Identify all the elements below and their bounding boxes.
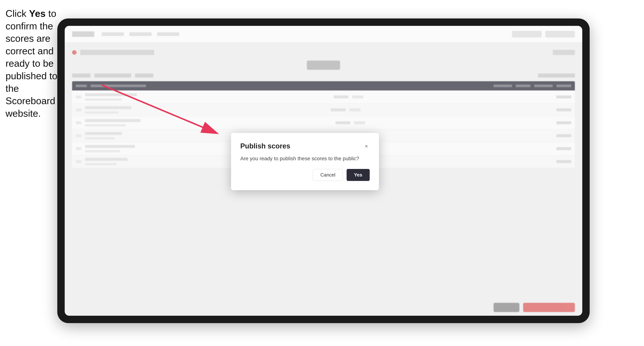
instruction-suffix: to confirm the scores are correct and re… bbox=[6, 8, 57, 119]
instruction-bold: Yes bbox=[29, 8, 46, 19]
tablet-device: Publish scores × Are you ready to publis… bbox=[57, 18, 590, 323]
modal-footer: Cancel Yes bbox=[240, 169, 370, 181]
modal-title: Publish scores bbox=[240, 142, 290, 150]
tablet-screen: Publish scores × Are you ready to publis… bbox=[65, 26, 582, 316]
modal-dialog: Publish scores × Are you ready to publis… bbox=[231, 133, 379, 190]
modal-overlay: Publish scores × Are you ready to publis… bbox=[65, 26, 582, 316]
modal-header: Publish scores × bbox=[240, 142, 370, 150]
yes-button[interactable]: Yes bbox=[346, 169, 370, 181]
instruction-text: Click Yes to confirm the scores are corr… bbox=[6, 7, 59, 120]
instruction-prefix: Click bbox=[6, 8, 29, 19]
modal-body: Are you ready to publish these scores to… bbox=[240, 156, 370, 162]
cancel-button[interactable]: Cancel bbox=[313, 169, 343, 181]
modal-close-button[interactable]: × bbox=[363, 143, 370, 150]
